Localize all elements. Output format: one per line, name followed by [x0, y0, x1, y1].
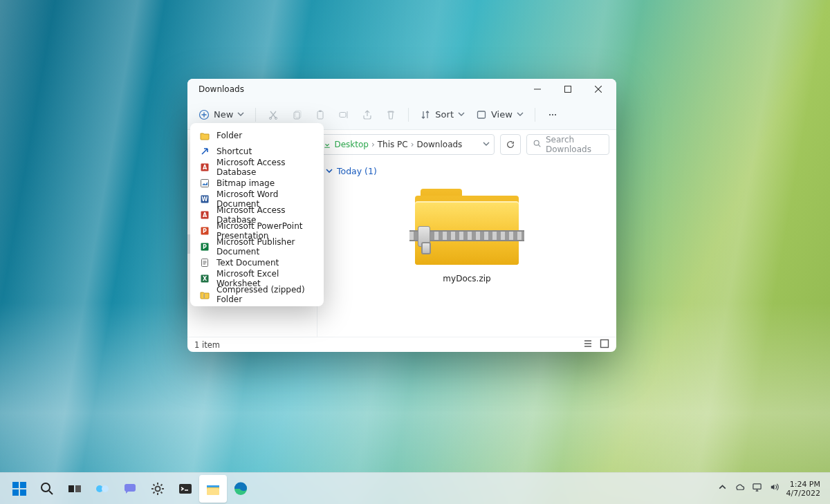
minimize-button[interactable]	[522, 79, 553, 100]
bitmap-icon	[200, 178, 210, 188]
start-button[interactable]	[6, 475, 33, 503]
crumb[interactable]: This PC	[378, 140, 408, 149]
status-bar: 1 item	[187, 337, 616, 352]
date: 4/7/2022	[786, 489, 820, 498]
details-view-icon[interactable]	[583, 339, 593, 351]
svg-rect-40	[124, 484, 136, 492]
delete-button[interactable]	[379, 103, 403, 127]
svg-point-14	[534, 140, 539, 145]
search-placeholder: Search Downloads	[546, 135, 603, 154]
chevron-right-icon: ›	[411, 140, 414, 149]
crumb[interactable]: Desktop	[323, 140, 369, 149]
svg-text:A: A	[203, 165, 208, 171]
svg-rect-0	[534, 89, 541, 90]
access-icon: A	[200, 210, 210, 220]
svg-rect-32	[20, 482, 26, 488]
network-icon[interactable]	[752, 482, 762, 495]
svg-point-12	[552, 113, 553, 115]
taskbar-search[interactable]	[33, 475, 61, 503]
more-button[interactable]	[541, 103, 564, 127]
refresh-button[interactable]	[500, 134, 521, 155]
taskbar-settings[interactable]	[144, 475, 172, 503]
menu-item-folder[interactable]: Folder	[190, 127, 324, 143]
svg-text:A: A	[203, 212, 208, 218]
svg-point-13	[555, 113, 556, 115]
svg-rect-34	[20, 489, 26, 496]
search-input[interactable]: Search Downloads	[526, 134, 609, 155]
svg-rect-1	[565, 86, 571, 93]
svg-rect-10	[478, 111, 486, 118]
window-title: Downloads	[199, 84, 244, 94]
maximize-button[interactable]	[553, 79, 583, 100]
chevron-down-icon	[237, 109, 244, 120]
zip-folder-icon	[415, 189, 519, 268]
group-header[interactable]: Today (1)	[324, 163, 609, 179]
large-icons-view-icon[interactable]	[600, 339, 609, 351]
rename-button[interactable]	[332, 103, 356, 127]
svg-rect-43	[207, 488, 219, 495]
search-icon	[533, 139, 542, 150]
onedrive-icon[interactable]	[735, 482, 745, 495]
svg-rect-31	[12, 482, 19, 488]
close-button[interactable]	[583, 79, 614, 100]
excel-icon: X	[200, 274, 210, 283]
time: 1:24 PM	[786, 480, 820, 489]
chevron-right-icon: ›	[371, 140, 375, 149]
svg-rect-44	[207, 485, 219, 487]
zip-icon	[200, 290, 210, 299]
access-icon: A	[200, 162, 210, 172]
file-item-zip[interactable]: myDocs.zip	[412, 189, 522, 283]
volume-icon[interactable]	[769, 482, 780, 495]
chevron-down-icon[interactable]	[483, 140, 490, 149]
chevron-down-icon	[326, 166, 333, 176]
crumb[interactable]: Downloads	[416, 140, 462, 149]
chevron-down-icon	[458, 109, 465, 120]
shortcut-icon	[200, 147, 210, 156]
svg-point-39	[102, 485, 109, 492]
system-tray[interactable]	[717, 482, 780, 495]
taskbar-edge[interactable]	[227, 475, 255, 503]
svg-point-41	[156, 486, 160, 491]
content-pane[interactable]: Today (1) myDocs.zip	[317, 159, 616, 337]
taskbar-chat[interactable]	[116, 475, 144, 503]
svg-rect-42	[179, 484, 192, 494]
svg-rect-33	[12, 489, 19, 496]
svg-text:W: W	[202, 196, 208, 203]
svg-rect-9	[340, 112, 346, 117]
taskbar-taskview[interactable]	[61, 475, 89, 503]
menu-item-compressed[interactable]: Compressed (zipped) Folder	[190, 286, 324, 302]
taskbar: 1:24 PM 4/7/2022	[0, 472, 830, 504]
share-button[interactable]	[356, 103, 379, 127]
titlebar[interactable]: Downloads	[187, 79, 616, 100]
svg-text:X: X	[203, 276, 208, 282]
svg-rect-7	[317, 111, 323, 119]
powerpoint-icon: P	[200, 226, 210, 236]
sort-button[interactable]: Sort	[414, 103, 470, 127]
svg-rect-15	[601, 340, 609, 348]
svg-rect-37	[75, 485, 81, 492]
text-icon	[200, 258, 210, 268]
taskbar-terminal[interactable]	[172, 475, 199, 503]
svg-text:P: P	[203, 228, 207, 234]
svg-point-11	[549, 113, 551, 115]
publisher-icon: P	[200, 242, 210, 252]
svg-rect-30	[204, 294, 205, 298]
new-context-menu: Folder Shortcut A Microsoft Access Datab…	[190, 123, 324, 306]
chevron-down-icon	[517, 109, 524, 120]
view-button[interactable]: View	[470, 103, 529, 127]
menu-item-publisher[interactable]: P Microsoft Publisher Document	[190, 239, 324, 254]
taskbar-file-explorer[interactable]	[199, 475, 227, 503]
menu-item-access[interactable]: A Microsoft Access Database	[190, 159, 324, 175]
word-icon: W	[200, 194, 210, 204]
tray-overflow-icon[interactable]	[717, 482, 728, 495]
svg-text:P: P	[203, 244, 207, 250]
svg-rect-8	[319, 110, 322, 112]
item-count: 1 item	[194, 340, 220, 350]
folder-icon	[200, 131, 210, 140]
svg-point-35	[42, 483, 50, 492]
svg-rect-36	[68, 485, 74, 492]
taskbar-clock[interactable]: 1:24 PM 4/7/2022	[786, 480, 824, 498]
taskbar-widgets[interactable]	[89, 475, 116, 503]
file-label: myDocs.zip	[443, 274, 490, 283]
svg-rect-46	[753, 484, 760, 489]
